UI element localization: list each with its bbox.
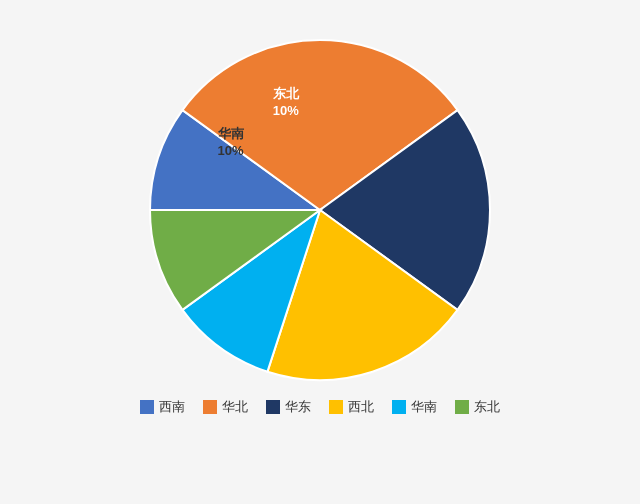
chart-container: 西南10%华北30%华东20%西北20%华南10%东北10% [140, 30, 500, 390]
legend-item-华东: 华东 [266, 398, 311, 416]
legend-item-西北: 西北 [329, 398, 374, 416]
pie-label-percent-华南: 10% [218, 143, 244, 158]
legend-label-西南: 西南 [159, 398, 185, 416]
pie-label-percent-东北: 10% [273, 103, 299, 118]
legend-label-华东: 华东 [285, 398, 311, 416]
legend-color-华南 [392, 400, 406, 414]
legend-item-华南: 华南 [392, 398, 437, 416]
legend-color-西南 [140, 400, 154, 414]
legend-color-华东 [266, 400, 280, 414]
legend-item-西南: 西南 [140, 398, 185, 416]
pie-chart: 西南10%华北30%华东20%西北20%华南10%东北10% [140, 30, 500, 390]
legend: 西南华北华东西北华南东北 [140, 398, 500, 416]
legend-color-东北 [455, 400, 469, 414]
legend-item-华北: 华北 [203, 398, 248, 416]
pie-label-name-华南: 华南 [217, 126, 245, 141]
legend-color-西北 [329, 400, 343, 414]
legend-label-西北: 西北 [348, 398, 374, 416]
legend-color-华北 [203, 400, 217, 414]
legend-label-华南: 华南 [411, 398, 437, 416]
legend-item-东北: 东北 [455, 398, 500, 416]
legend-label-华北: 华北 [222, 398, 248, 416]
pie-label-name-东北: 东北 [273, 86, 300, 101]
legend-label-东北: 东北 [474, 398, 500, 416]
